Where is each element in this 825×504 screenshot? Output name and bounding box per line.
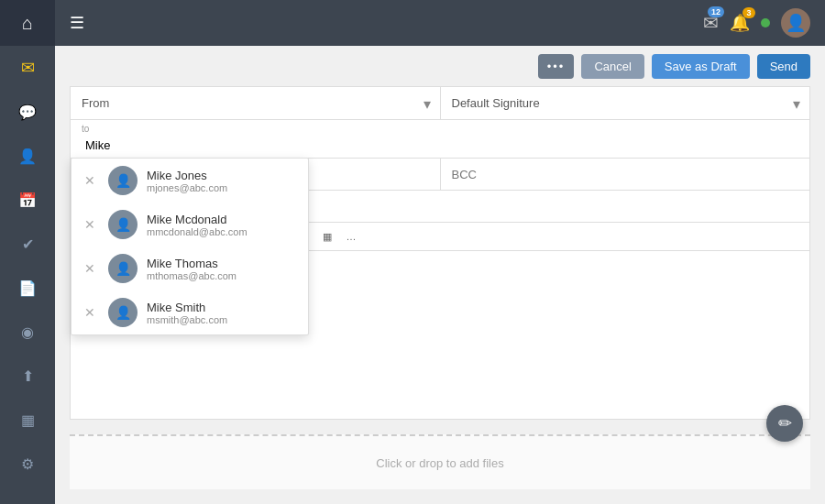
upload-icon: ⬆ [22, 367, 34, 385]
compose-area: From Default Signiture to ✕ [70, 86, 810, 420]
contact-avatar-3: 👤 [108, 254, 138, 283]
contact-email-2: mmcdonald@abc.com [147, 226, 299, 237]
signature-select-wrapper: Default Signiture [441, 87, 810, 119]
topbar-right: ✉ 12 🔔 3 👤 [703, 8, 810, 38]
to-row: to ✕ 👤 Mike Jones mjones@abc.com [71, 120, 809, 159]
sidebar-item-tasks[interactable]: ✔ [0, 222, 55, 266]
sidebar-item-upload[interactable]: ⬆ [0, 354, 55, 398]
compose-content: From Default Signiture to ✕ [55, 86, 825, 504]
attachment-area[interactable]: Click or drop to add files [70, 434, 810, 489]
settings-icon: ⚙ [21, 455, 34, 473]
contact-avatar-1: 👤 [108, 166, 138, 195]
avatar[interactable]: 👤 [781, 8, 810, 38]
contact-email-1: mjones@abc.com [147, 182, 299, 193]
compose-toolbar: ••• Cancel Save as Draft Send [55, 46, 825, 86]
status-indicator [761, 18, 770, 27]
pencil-icon: ✏ [778, 413, 792, 433]
contact-avatar-2: 👤 [108, 210, 138, 239]
autocomplete-item-4[interactable]: ✕ 👤 Mike Smith msmith@abc.com [72, 290, 308, 334]
contact-info-3: Mike Thomas mthomas@abc.com [147, 257, 299, 281]
autocomplete-item-1[interactable]: ✕ 👤 Mike Jones mjones@abc.com [72, 159, 308, 203]
sidebar-item-contacts[interactable]: 👤 [0, 134, 55, 178]
contact-email-4: msmith@abc.com [147, 314, 299, 325]
from-select-wrapper: From [71, 87, 441, 119]
to-input[interactable] [82, 137, 798, 154]
topbar-left: ☰ [70, 13, 84, 33]
attachment-label: Click or drop to add files [376, 456, 503, 470]
contact-info-2: Mike Mcdonald mmcdonald@abc.com [147, 213, 299, 237]
menu-icon[interactable]: ☰ [70, 13, 84, 33]
chart-icon: ▦ [21, 411, 35, 429]
sidebar-item-home[interactable]: ⌂ [0, 0, 55, 46]
save-draft-button[interactable]: Save as Draft [652, 54, 750, 79]
rss-icon: ◉ [21, 323, 34, 341]
bcc-input[interactable] [452, 168, 799, 181]
bell-badge: 3 [742, 7, 755, 18]
float-action-button[interactable]: ✏ [766, 405, 803, 442]
tasks-icon: ✔ [22, 236, 34, 253]
rte-more-btn[interactable]: … [341, 226, 361, 247]
contact-avatar-4: 👤 [108, 298, 138, 327]
remove-contact-3[interactable]: ✕ [81, 259, 99, 278]
contact-name-3: Mike Thomas [147, 257, 299, 270]
autocomplete-dropdown: ✕ 👤 Mike Jones mjones@abc.com ✕ 👤 [71, 158, 309, 335]
contact-name-2: Mike Mcdonald [147, 213, 299, 226]
contact-info-1: Mike Jones mjones@abc.com [147, 169, 299, 193]
main-content: ☰ ✉ 12 🔔 3 👤 ••• Cancel Save as Draft Se… [55, 0, 825, 504]
sidebar-item-calendar[interactable]: 📅 [0, 178, 55, 222]
rte-table-btn[interactable]: ▦ [317, 226, 337, 247]
sidebar-item-rss[interactable]: ◉ [0, 310, 55, 354]
sidebar-item-docs[interactable]: 📄 [0, 266, 55, 310]
signature-select[interactable]: Default Signiture [441, 87, 810, 119]
avatar-image: 👤 [786, 13, 806, 33]
contact-name-1: Mike Jones [147, 169, 299, 182]
autocomplete-item-2[interactable]: ✕ 👤 Mike Mcdonald mmcdonald@abc.com [72, 203, 308, 247]
send-button[interactable]: Send [757, 54, 810, 79]
topbar: ☰ ✉ 12 🔔 3 👤 [55, 0, 825, 46]
bcc-wrapper [441, 159, 810, 190]
calendar-icon: 📅 [18, 192, 37, 209]
home-icon: ⌂ [22, 13, 33, 34]
sidebar-item-mail[interactable]: ✉ [0, 46, 55, 90]
from-signature-row: From Default Signiture [71, 87, 809, 120]
cancel-button[interactable]: Cancel [581, 54, 644, 79]
autocomplete-item-3[interactable]: ✕ 👤 Mike Thomas mthomas@abc.com [72, 247, 308, 290]
remove-contact-1[interactable]: ✕ [81, 171, 99, 190]
sidebar-item-chart[interactable]: ▦ [0, 398, 55, 442]
more-options-button[interactable]: ••• [538, 54, 575, 79]
sidebar-item-chat[interactable]: 💬 [0, 90, 55, 134]
remove-contact-2[interactable]: ✕ [81, 215, 99, 234]
mail-notifications[interactable]: ✉ 12 [703, 12, 719, 34]
sidebar-item-settings[interactable]: ⚙ [0, 442, 55, 486]
mail-badge: 12 [708, 6, 724, 17]
remove-contact-4[interactable]: ✕ [81, 303, 99, 322]
contact-name-4: Mike Smith [147, 301, 299, 314]
bell-notifications[interactable]: 🔔 3 [730, 13, 750, 33]
to-label: to [82, 124, 89, 134]
sidebar: ⌂ ✉ 💬 👤 📅 ✔ 📄 ◉ ⬆ ▦ ⚙ [0, 0, 55, 504]
mail-icon: ✉ [21, 58, 35, 78]
from-select[interactable]: From [71, 87, 440, 119]
contacts-icon: 👤 [18, 148, 37, 165]
contact-email-3: mthomas@abc.com [147, 270, 299, 281]
contact-info-4: Mike Smith msmith@abc.com [147, 301, 299, 325]
docs-icon: 📄 [18, 279, 37, 297]
chat-icon: 💬 [18, 104, 37, 121]
